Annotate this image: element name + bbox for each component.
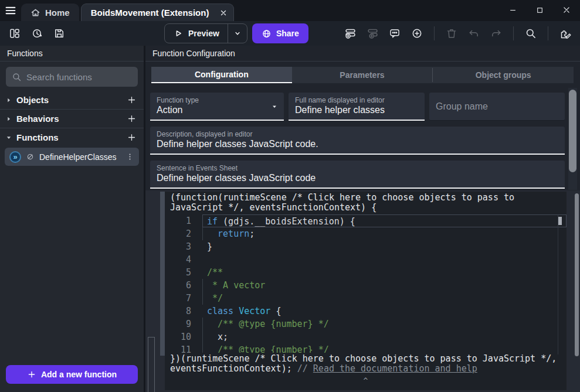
full-name-input[interactable] [289, 105, 425, 120]
code-line[interactable]: 1if (gdjs.__boidsExtension) { [165, 214, 567, 227]
tab-home[interactable]: Home [21, 4, 79, 21]
code-text[interactable]: } [202, 240, 567, 253]
code-text[interactable]: /** @type {number} */ [202, 318, 567, 330]
code-line[interactable]: 2 return; [165, 227, 567, 240]
chevron-down-icon [233, 29, 242, 38]
edit-extension-button[interactable] [557, 25, 574, 42]
delete-button[interactable] [443, 25, 460, 42]
code-text[interactable] [202, 253, 567, 266]
minimize-icon [509, 6, 517, 14]
divider [0, 109, 144, 110]
titlebar: Home BoidsMovement (Extension) [0, 0, 580, 21]
line-number: 4 [165, 253, 191, 266]
share-button[interactable]: Share [252, 23, 308, 43]
section-label: Functions [16, 132, 123, 142]
function-item-definehelperclasses[interactable]: » DefineHelperClasses [5, 148, 139, 166]
share-button-label: Share [276, 29, 299, 38]
preview-button-label: Preview [188, 29, 219, 38]
group-name-input[interactable] [429, 101, 565, 112]
code-line[interactable]: 5/** [165, 266, 567, 279]
undo-button[interactable] [465, 25, 483, 42]
search-icon [525, 28, 537, 39]
function-icon: » [9, 151, 21, 163]
group-name-field [429, 93, 565, 121]
sidebar-section-functions[interactable]: Functions [0, 129, 144, 146]
documentation-link[interactable]: Read the documentation and help [313, 363, 477, 374]
close-window-button[interactable] [553, 0, 580, 20]
preview-button[interactable]: Preview [165, 24, 228, 43]
minimize-button[interactable] [499, 0, 526, 20]
search-functions-input[interactable] [26, 72, 143, 82]
function-type-label: Function type [150, 93, 284, 105]
code-text[interactable]: /** [202, 266, 567, 279]
code-text[interactable]: return; [202, 227, 567, 240]
add-new-function-button[interactable]: Add a new function [6, 365, 138, 384]
app-window: Home BoidsMovement (Extension) [0, 0, 580, 392]
open-panels-button[interactable] [6, 25, 23, 42]
section-label: Objects [16, 95, 123, 105]
configuration-tabbar: Configuration Parameters Object groups [151, 67, 574, 83]
code-text[interactable]: x; [202, 330, 567, 343]
form-scrollbar-track [568, 88, 577, 190]
description-input[interactable] [150, 139, 565, 154]
line-number: 7 [165, 292, 191, 305]
close-tab-icon[interactable] [219, 9, 228, 17]
undo-icon [468, 28, 480, 39]
add-comment-button[interactable] [386, 25, 403, 42]
chevron-right-icon [5, 115, 13, 123]
add-event-icon [344, 28, 357, 40]
add-new-function-label: Add a new function [41, 370, 117, 379]
sentence-input[interactable] [150, 173, 565, 188]
events-code-area: (function(runtimeScene /* Click here to … [145, 190, 580, 392]
maximize-button[interactable] [526, 0, 553, 20]
function-type-select[interactable]: Function type Action [150, 93, 284, 121]
form-scrollbar[interactable] [569, 90, 576, 172]
code-line[interactable]: 10 x; [165, 330, 567, 343]
tab-boidsmovement[interactable]: BoidsMovement (Extension) [81, 4, 235, 21]
tab-home-label: Home [45, 8, 70, 18]
function-options-menu-icon[interactable] [126, 152, 134, 161]
code-scrollbar[interactable] [575, 193, 579, 356]
event-drag-handle[interactable] [160, 192, 165, 356]
code-line[interactable]: 8class Vector { [165, 305, 567, 318]
preview-options-button[interactable] [228, 24, 247, 43]
history-button[interactable] [28, 25, 46, 42]
code-text[interactable]: /** @type {number} */ [202, 343, 567, 353]
tab-configuration[interactable]: Configuration [151, 67, 292, 83]
line-number: 11 [165, 343, 191, 353]
main-menu-button[interactable] [0, 0, 21, 21]
code-text[interactable]: class Vector { [202, 305, 567, 318]
add-subevent-icon [367, 28, 379, 40]
expand-editor-caret[interactable]: ^ [165, 376, 567, 385]
sidebar-section-objects[interactable]: Objects [0, 91, 144, 108]
add-function-icon[interactable] [127, 132, 137, 142]
code-text[interactable]: */ [202, 292, 567, 305]
divider [0, 128, 144, 128]
save-icon [53, 28, 65, 39]
add-object-icon[interactable] [127, 95, 137, 105]
sidebar-section-behaviors[interactable]: Behaviors [0, 110, 144, 127]
code-line[interactable]: 6 * A vector [165, 279, 567, 292]
tab-object-groups[interactable]: Object groups [433, 67, 574, 83]
code-line[interactable]: 4 [165, 253, 567, 266]
code-text[interactable]: * A vector [202, 279, 567, 292]
redo-button[interactable] [487, 25, 505, 42]
add-subevent-button[interactable] [364, 25, 381, 42]
add-behavior-icon[interactable] [127, 114, 137, 124]
line-number: 10 [165, 330, 191, 343]
panel-title: Function Configuration [145, 46, 580, 62]
code-line[interactable]: 7 */ [165, 292, 567, 305]
code-wrapper-header[interactable]: (function(runtimeScene /* Click here to … [165, 192, 567, 213]
add-button[interactable] [408, 25, 426, 42]
chevron-right-icon [5, 96, 13, 104]
code-line[interactable]: 11 /** @type {number} */ [165, 343, 567, 353]
code-line[interactable]: 3} [165, 240, 567, 253]
save-button[interactable] [50, 25, 68, 42]
tab-parameters[interactable]: Parameters [292, 67, 433, 83]
code-text[interactable]: if (gdjs.__boidsExtension) { [202, 214, 567, 227]
add-event-button[interactable] [341, 25, 359, 42]
code-line[interactable]: 9 /** @type {number} */ [165, 318, 567, 330]
search-events-button[interactable] [522, 25, 540, 42]
extension-edit-icon [559, 28, 572, 40]
full-name-label: Full name displayed in editor [289, 93, 425, 105]
